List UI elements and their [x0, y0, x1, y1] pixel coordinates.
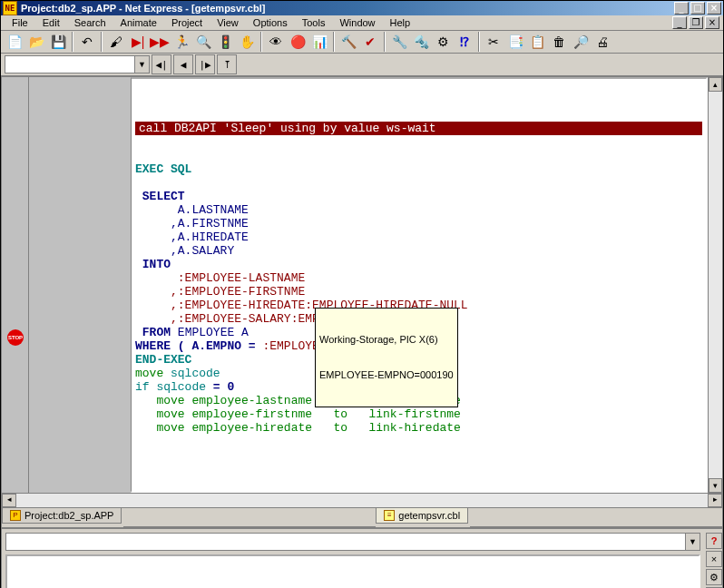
break-icon[interactable]: ✋: [237, 32, 257, 52]
scroll-left-icon[interactable]: ◂: [2, 494, 16, 507]
close-output-icon[interactable]: ×: [706, 551, 722, 567]
output-filter-combo[interactable]: ▼: [5, 533, 700, 551]
tab-project[interactable]: P Project:db2_sp.APP: [2, 508, 122, 524]
code-token: END-EXEC: [135, 353, 191, 367]
print-icon[interactable]: 🖨: [592, 32, 612, 52]
run-icon[interactable]: 🏃: [171, 32, 191, 52]
separator: [333, 32, 335, 52]
mdi-restore-button[interactable]: ❐: [689, 16, 703, 29]
new-icon[interactable]: 📄: [5, 32, 24, 52]
build-icon[interactable]: 🔨: [338, 32, 358, 52]
code-token: SELECT: [135, 190, 185, 203]
menu-animate[interactable]: Animate: [113, 15, 164, 30]
watch-icon[interactable]: 👁: [266, 32, 286, 52]
output-text[interactable]: [5, 554, 700, 588]
toolbar: 📄 📂 💾 ↶ 🖌 ▶| ▶▶ 🏃 🔍 🚦 ✋ 👁 🔴 📊 🔨 ✔ 🔧 🔩 ⚙ …: [1, 31, 723, 54]
scroll-down-icon[interactable]: ▾: [709, 478, 722, 493]
help-icon[interactable]: ⁉: [455, 32, 475, 52]
horizontal-scrollbar[interactable]: ◂ ▸: [2, 493, 722, 507]
copy-icon[interactable]: 📑: [505, 32, 525, 52]
mdi-minimize-button[interactable]: _: [672, 16, 687, 29]
left-margin: [29, 77, 131, 493]
menu-file[interactable]: File: [5, 15, 35, 30]
step-into-icon[interactable]: ▶▶: [150, 32, 170, 52]
tool-a-icon[interactable]: ⚙: [706, 569, 722, 585]
step-over-icon[interactable]: ▶|: [128, 32, 148, 52]
check-icon[interactable]: ✔: [360, 32, 380, 52]
tool2-icon[interactable]: 🔩: [411, 32, 431, 52]
menu-tools[interactable]: Tools: [295, 15, 333, 30]
menu-search[interactable]: Search: [67, 15, 113, 30]
code-token: ,A.FIRSTNME: [135, 217, 249, 230]
help-icon[interactable]: ?: [706, 533, 722, 549]
window-controls: _ □ ×: [674, 2, 721, 15]
tab-source[interactable]: ≡ getempsvr.cbl: [376, 508, 468, 524]
dropdown-icon[interactable]: ▼: [685, 534, 700, 550]
tab-filler: [470, 508, 722, 527]
find-icon[interactable]: 🔎: [571, 32, 591, 52]
separator: [101, 32, 103, 52]
close-button[interactable]: ×: [707, 2, 721, 15]
menu-view[interactable]: View: [210, 15, 246, 30]
hover-tooltip: Working-Storage, PIC X(6) EMPLOYEE-EMPNO…: [315, 308, 458, 407]
code-token: ,:EMPLOYEE-FIRSTNME: [135, 285, 305, 299]
mdi-controls: _ ❐ ×: [672, 16, 719, 29]
callstack-icon[interactable]: 📊: [309, 32, 329, 52]
minimize-button[interactable]: _: [674, 2, 689, 15]
vertical-scrollbar[interactable]: ▴ ▾: [708, 77, 722, 493]
separator: [384, 32, 386, 52]
menu-options[interactable]: Options: [246, 15, 295, 30]
titlebar: NE Project:db2_sp.APP - Net Express - [g…: [1, 1, 723, 15]
maximize-button[interactable]: □: [690, 2, 705, 15]
separator: [72, 32, 73, 52]
project-icon: P: [10, 510, 21, 521]
breakpoint-icon[interactable]: 🔴: [288, 32, 308, 52]
paste-icon[interactable]: 📋: [527, 32, 547, 52]
scroll-track[interactable]: [709, 92, 722, 478]
brush-icon[interactable]: 🖌: [106, 32, 126, 52]
nav-bar: ▼ ◀| ◀ |▶ ⤒: [1, 54, 723, 76]
stop-icon[interactable]: 🚦: [215, 32, 235, 52]
tooltip-line1: Working-Storage, PIC X(6): [319, 334, 454, 346]
perform-combo[interactable]: ▼: [5, 55, 150, 74]
undo-icon[interactable]: ↶: [77, 32, 97, 52]
nav-next-button[interactable]: |▶: [195, 54, 215, 74]
nav-prev-button[interactable]: ◀: [173, 54, 193, 74]
dropdown-icon[interactable]: ▼: [134, 56, 149, 73]
tab-filler: [123, 508, 376, 527]
menubar: File Edit Search Animate Project View Op…: [1, 15, 723, 31]
separator: [260, 32, 262, 52]
nav-first-button[interactable]: ◀|: [152, 54, 171, 74]
tool3-icon[interactable]: ⚙: [433, 32, 453, 52]
cut-icon[interactable]: ✂: [484, 32, 504, 52]
code-token: INTO: [135, 258, 171, 271]
client-area: STOP call DB2API 'Sleep' using by value …: [1, 76, 723, 588]
code-token: EXEC SQL: [135, 162, 191, 176]
nav-last-button[interactable]: ⤒: [217, 54, 237, 74]
code-editor[interactable]: call DB2API 'Sleep' using by value ws-wa…: [131, 77, 708, 493]
zoom-icon[interactable]: 🔍: [193, 32, 213, 52]
code-token: A.LASTNAME: [135, 203, 249, 217]
tool-icon[interactable]: 🔧: [389, 32, 409, 52]
current-line: call DB2API 'Sleep' using by value ws-wa…: [135, 122, 702, 135]
code-token: :EMPLOYEE-LASTNAME: [135, 271, 305, 285]
code-token: move sqlcode: [135, 367, 220, 380]
menu-project[interactable]: Project: [164, 15, 210, 30]
menu-edit[interactable]: Edit: [35, 15, 67, 30]
document-tabs: P Project:db2_sp.APP ≡ getempsvr.cbl: [2, 507, 722, 527]
code-token: move employee-firstnme to link-firstnme: [135, 407, 461, 421]
menu-help[interactable]: Help: [383, 15, 418, 30]
scroll-up-icon[interactable]: ▴: [709, 77, 722, 92]
save-icon[interactable]: 💾: [48, 32, 68, 52]
scroll-track[interactable]: [16, 494, 708, 507]
stop-breakpoint-icon[interactable]: STOP: [7, 329, 24, 346]
delete-icon[interactable]: 🗑: [549, 32, 569, 52]
code-token: if sqlcode = 0: [135, 380, 234, 394]
open-icon[interactable]: 📂: [26, 32, 46, 52]
scroll-right-icon[interactable]: ▸: [708, 494, 722, 507]
code-token: ,A.HIREDATE: [135, 230, 249, 244]
menu-window[interactable]: Window: [332, 15, 382, 30]
code-token: move employee-hiredate to link-hiredate: [135, 421, 461, 435]
mdi-close-button[interactable]: ×: [705, 16, 719, 29]
app-window: NE Project:db2_sp.APP - Net Express - [g…: [0, 0, 724, 588]
